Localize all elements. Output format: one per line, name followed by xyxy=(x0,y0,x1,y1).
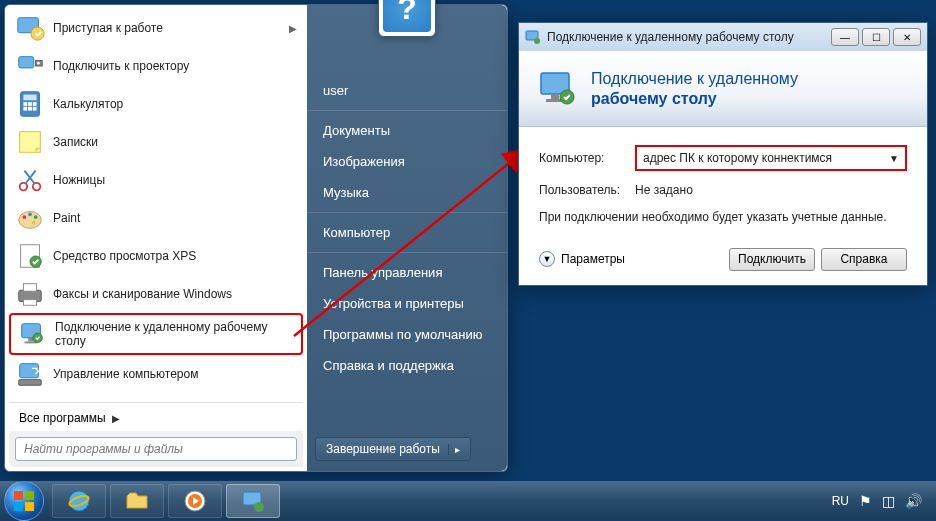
right-item-pictures[interactable]: Изображения xyxy=(307,146,507,177)
program-item-snipping[interactable]: Ножницы xyxy=(9,161,303,199)
right-item-documents[interactable]: Документы xyxy=(307,115,507,146)
dialog-footer: ▼ Параметры Подключить Справка xyxy=(519,240,927,285)
svg-rect-7 xyxy=(23,102,27,106)
separator xyxy=(307,252,507,253)
svg-rect-10 xyxy=(23,107,27,111)
connect-button[interactable]: Подключить xyxy=(729,248,815,271)
help-button[interactable]: Справка xyxy=(821,248,907,271)
svg-point-4 xyxy=(37,62,40,65)
taskbar-rdp[interactable] xyxy=(226,484,280,518)
program-item-getting-started[interactable]: Приступая к работе ▶ xyxy=(9,9,303,47)
svg-rect-11 xyxy=(28,107,32,111)
program-item-sticky-notes[interactable]: Записки xyxy=(9,123,303,161)
svg-point-1 xyxy=(31,27,44,40)
rdp-icon xyxy=(17,319,47,349)
svg-point-17 xyxy=(23,215,27,219)
chevron-down-icon: ▼ xyxy=(539,251,555,267)
separator xyxy=(307,212,507,213)
titlebar[interactable]: Подключение к удаленному рабочему столу … xyxy=(519,23,927,51)
rdp-small-icon xyxy=(525,29,541,45)
xps-icon xyxy=(15,241,45,271)
right-item-computer[interactable]: Компьютер xyxy=(307,217,507,248)
start-menu: Приступая к работе ▶ Подключить к проект… xyxy=(4,4,508,472)
minimize-button[interactable]: — xyxy=(831,28,859,46)
avatar[interactable]: ? xyxy=(378,0,436,37)
chevron-right-icon: ▸ xyxy=(448,444,460,455)
program-item-computer-mgmt[interactable]: Управление компьютером xyxy=(9,355,303,393)
rdp-large-icon xyxy=(537,69,577,109)
chevron-down-icon: ▼ xyxy=(889,153,899,164)
shutdown-row: Завершение работы ▸ xyxy=(307,427,507,471)
credentials-note: При подключении необходимо будет указать… xyxy=(539,209,907,226)
ie-icon xyxy=(66,488,92,514)
dialog-header: Подключение к удаленному рабочему столу xyxy=(519,51,927,127)
program-label: Управление компьютером xyxy=(53,367,297,381)
start-menu-left-pane: Приступая к работе ▶ Подключить к проект… xyxy=(5,5,307,471)
search-input[interactable] xyxy=(15,437,297,461)
close-button[interactable]: ✕ xyxy=(893,28,921,46)
shutdown-button[interactable]: Завершение работы ▸ xyxy=(315,437,471,461)
svg-rect-2 xyxy=(19,57,34,68)
right-item-control-panel[interactable]: Панель управления xyxy=(307,257,507,288)
projector-icon xyxy=(15,51,45,81)
paint-icon xyxy=(15,203,45,233)
start-button[interactable] xyxy=(4,481,44,521)
right-item-user[interactable]: user xyxy=(307,75,507,106)
search-row xyxy=(9,431,303,467)
dialog-heading: Подключение к удаленному рабочему столу xyxy=(591,69,798,107)
program-item-paint[interactable]: Paint xyxy=(9,199,303,237)
all-programs[interactable]: Все программы ▶ xyxy=(9,405,303,431)
all-programs-label: Все программы xyxy=(19,411,106,425)
taskbar-ie[interactable] xyxy=(52,484,106,518)
computer-value: адрес ПК к которому коннектимся xyxy=(643,151,832,165)
program-label: Факсы и сканирование Windows xyxy=(53,287,297,301)
program-label: Подключение к удаленному рабочему столу xyxy=(55,320,295,349)
program-label: Подключить к проектору xyxy=(53,59,297,73)
svg-rect-30 xyxy=(20,364,39,378)
right-item-help[interactable]: Справка и поддержка xyxy=(307,350,507,381)
getting-started-icon xyxy=(15,13,45,43)
chevron-right-icon: ▶ xyxy=(289,23,297,34)
flag-icon[interactable]: ⚑ xyxy=(859,493,872,509)
separator xyxy=(9,402,303,403)
system-tray: RU ⚑ ◫ 🔊 xyxy=(832,493,932,509)
language-indicator[interactable]: RU xyxy=(832,494,849,508)
shutdown-label: Завершение работы xyxy=(326,442,440,456)
right-item-devices[interactable]: Устройства и принтеры xyxy=(307,288,507,319)
program-item-xps-viewer[interactable]: Средство просмотра XPS xyxy=(9,237,303,275)
svg-rect-25 xyxy=(23,300,36,306)
program-item-calculator[interactable]: Калькулятор xyxy=(9,85,303,123)
program-label: Ножницы xyxy=(53,173,297,187)
calculator-icon xyxy=(15,89,45,119)
program-label: Записки xyxy=(53,135,297,149)
program-item-projector[interactable]: Подключить к проектору xyxy=(9,47,303,85)
svg-rect-8 xyxy=(28,102,32,106)
heading-line1: Подключение к удаленному xyxy=(591,69,798,88)
right-item-default-programs[interactable]: Программы по умолчанию xyxy=(307,319,507,350)
titlebar-text: Подключение к удаленному рабочему столу xyxy=(547,30,794,44)
separator xyxy=(307,110,507,111)
program-item-rdp[interactable]: Подключение к удаленному рабочему столу xyxy=(9,313,303,355)
svg-point-19 xyxy=(34,215,38,219)
scissors-icon xyxy=(15,165,45,195)
computer-mgmt-icon xyxy=(15,359,45,389)
folder-icon xyxy=(124,488,150,514)
right-item-music[interactable]: Музыка xyxy=(307,177,507,208)
svg-point-18 xyxy=(28,212,32,216)
taskbar-explorer[interactable] xyxy=(110,484,164,518)
program-item-fax-scan[interactable]: Факсы и сканирование Windows xyxy=(9,275,303,313)
computer-field-row: Компьютер: адрес ПК к которому коннектим… xyxy=(539,145,907,171)
rdp-dialog: Подключение к удаленному рабочему столу … xyxy=(518,22,928,286)
computer-combobox[interactable]: адрес ПК к которому коннектимся ▼ xyxy=(635,145,907,171)
taskbar-wmplayer[interactable] xyxy=(168,484,222,518)
maximize-button[interactable]: ☐ xyxy=(862,28,890,46)
svg-rect-24 xyxy=(23,284,36,292)
program-list: Приступая к работе ▶ Подключить к проект… xyxy=(9,9,303,400)
user-value: Не задано xyxy=(635,183,693,197)
heading-line2: рабочему столу xyxy=(591,89,798,108)
sticky-notes-icon xyxy=(15,127,45,157)
svg-rect-36 xyxy=(551,94,559,99)
volume-icon[interactable]: 🔊 xyxy=(905,493,922,509)
options-expander[interactable]: ▼ Параметры xyxy=(539,251,625,267)
network-icon[interactable]: ◫ xyxy=(882,493,895,509)
